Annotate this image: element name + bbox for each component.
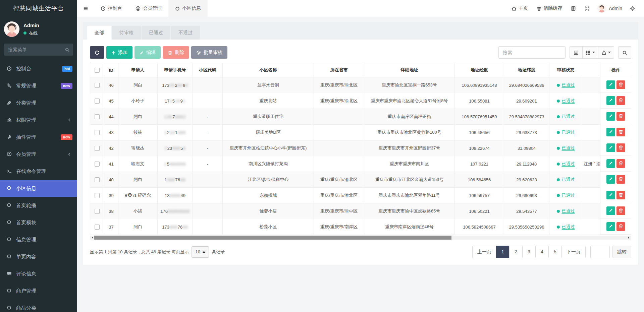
row-checkbox[interactable] bbox=[95, 225, 100, 230]
detail-view-button[interactable] bbox=[570, 46, 583, 59]
status-link[interactable]: 已通过 bbox=[562, 98, 575, 103]
col-name[interactable]: 小区名称 bbox=[223, 63, 314, 77]
language-button[interactable] bbox=[567, 6, 580, 11]
topnav-dashboard[interactable]: 控制台 bbox=[94, 0, 129, 17]
row-checkbox[interactable] bbox=[95, 83, 100, 88]
delete-button[interactable]: 删除 bbox=[163, 46, 189, 59]
sidebar-item-10[interactable]: 信息管理 bbox=[0, 231, 77, 248]
clear-cache-link[interactable]: 清除缓存 bbox=[532, 0, 567, 17]
add-button[interactable]: 添加 bbox=[106, 46, 132, 59]
status-link[interactable]: 已通过 bbox=[562, 130, 575, 135]
tab-all[interactable]: 全部 bbox=[87, 26, 111, 40]
col-id[interactable]: ID bbox=[104, 63, 118, 77]
row-edit-button[interactable] bbox=[606, 159, 615, 168]
col-applicant[interactable]: 申请人 bbox=[118, 63, 158, 77]
tab-rejected[interactable]: 不通过 bbox=[171, 26, 200, 40]
status-link[interactable]: 已通过 bbox=[562, 193, 575, 198]
row-delete-button[interactable] bbox=[616, 222, 625, 231]
sidebar-item-2[interactable]: 分类管理 bbox=[0, 95, 77, 112]
row-edit-button[interactable] bbox=[606, 80, 615, 89]
horizontal-scrollbar[interactable] bbox=[90, 236, 631, 240]
row-edit-button[interactable] bbox=[606, 143, 615, 152]
next-page-button[interactable]: 下一页 bbox=[561, 246, 586, 258]
menu-toggle-button[interactable] bbox=[77, 0, 94, 17]
row-checkbox[interactable] bbox=[95, 130, 100, 135]
row-delete-button[interactable] bbox=[616, 96, 625, 105]
refresh-button[interactable] bbox=[90, 46, 104, 59]
prev-page-button[interactable]: 上一页 bbox=[472, 246, 496, 258]
select-all-checkbox[interactable] bbox=[95, 68, 100, 73]
row-edit-button[interactable] bbox=[606, 191, 615, 199]
row-delete-button[interactable] bbox=[616, 191, 625, 199]
row-edit-button[interactable] bbox=[606, 222, 615, 231]
col-region[interactable]: 所在省市 bbox=[314, 63, 364, 77]
status-link[interactable]: 已通过 bbox=[562, 145, 575, 150]
sidebar-search-input[interactable] bbox=[4, 44, 73, 56]
settings-button[interactable] bbox=[626, 6, 639, 11]
status-link[interactable]: 已通过 bbox=[562, 82, 575, 87]
row-checkbox[interactable] bbox=[95, 193, 100, 198]
col-lat[interactable]: 地址纬度 bbox=[504, 63, 549, 77]
sidebar-item-0[interactable]: 控制台hot bbox=[0, 60, 77, 77]
row-checkbox[interactable] bbox=[95, 177, 100, 182]
table-search-input[interactable] bbox=[498, 46, 566, 59]
page-button-1[interactable]: 1 bbox=[496, 246, 509, 258]
row-edit-button[interactable] bbox=[606, 175, 615, 184]
status-link[interactable]: 已通过 bbox=[562, 177, 575, 182]
fullscreen-button[interactable] bbox=[580, 6, 594, 11]
row-delete-button[interactable] bbox=[616, 206, 625, 215]
scroll-left-arrow-icon[interactable] bbox=[91, 236, 93, 239]
jump-button[interactable]: 跳转 bbox=[612, 246, 631, 258]
sidebar-item-4[interactable]: 插件管理new bbox=[0, 129, 77, 146]
row-checkbox[interactable] bbox=[95, 209, 100, 214]
row-delete-button[interactable] bbox=[616, 128, 625, 136]
edit-button[interactable]: 编辑 bbox=[135, 46, 161, 59]
col-code[interactable]: 小区代码 bbox=[193, 63, 223, 77]
sidebar-item-14[interactable]: 商品分类 bbox=[0, 300, 77, 312]
row-delete-button[interactable] bbox=[616, 143, 625, 152]
row-delete-button[interactable] bbox=[616, 175, 625, 184]
sidebar-item-7[interactable]: 小区信息 bbox=[0, 180, 77, 197]
home-link[interactable]: 主页 bbox=[507, 0, 532, 17]
row-delete-button[interactable] bbox=[616, 159, 625, 168]
status-link[interactable]: 已通过 bbox=[562, 161, 575, 166]
search-icon[interactable] bbox=[65, 47, 70, 52]
row-checkbox[interactable] bbox=[95, 99, 100, 104]
col-phone[interactable]: 申请手机号 bbox=[158, 63, 193, 77]
page-button-3[interactable]: 3 bbox=[522, 246, 536, 258]
columns-button[interactable] bbox=[583, 46, 598, 59]
page-size-dropdown[interactable]: 10 bbox=[192, 246, 209, 258]
sidebar-item-13[interactable]: 商户管理 bbox=[0, 283, 77, 300]
status-link[interactable]: 已通过 bbox=[562, 208, 575, 213]
tab-pending[interactable]: 待审核 bbox=[112, 26, 141, 40]
sidebar-item-9[interactable]: 首页模块 bbox=[0, 214, 77, 231]
tab-approved[interactable]: 已通过 bbox=[142, 26, 170, 40]
page-button-5[interactable]: 5 bbox=[548, 246, 562, 258]
avatar[interactable] bbox=[4, 21, 19, 37]
row-edit-button[interactable] bbox=[606, 128, 615, 136]
col-status[interactable]: 审核状态 bbox=[549, 63, 582, 77]
sidebar-item-5[interactable]: 会员管理 bbox=[0, 146, 77, 163]
search-button[interactable] bbox=[618, 46, 631, 59]
page-button-4[interactable]: 4 bbox=[535, 246, 549, 258]
jump-page-input[interactable] bbox=[590, 246, 610, 258]
scrollbar-thumb[interactable] bbox=[94, 236, 451, 240]
sidebar-item-11[interactable]: 单页内容 bbox=[0, 248, 77, 265]
row-delete-button[interactable] bbox=[616, 80, 625, 89]
row-checkbox[interactable] bbox=[95, 162, 100, 167]
sidebar-item-3[interactable]: 权限管理 bbox=[0, 112, 77, 129]
user-menu[interactable]: Admin bbox=[594, 4, 626, 13]
status-link[interactable]: 已通过 bbox=[562, 114, 575, 119]
page-button-2[interactable]: 2 bbox=[509, 246, 523, 258]
scroll-right-arrow-icon[interactable] bbox=[628, 236, 631, 239]
row-checkbox[interactable] bbox=[95, 114, 100, 119]
row-checkbox[interactable] bbox=[95, 146, 100, 151]
row-edit-button[interactable] bbox=[606, 206, 615, 215]
col-lng[interactable]: 地址经度 bbox=[455, 63, 504, 77]
row-delete-button[interactable] bbox=[616, 112, 625, 121]
col-address[interactable]: 详细地址 bbox=[364, 63, 455, 77]
export-button[interactable] bbox=[598, 46, 614, 59]
topnav-members[interactable]: 会员管理 bbox=[129, 0, 168, 17]
row-edit-button[interactable] bbox=[606, 96, 615, 105]
batch-review-button[interactable]: 批量审核 bbox=[191, 46, 227, 59]
